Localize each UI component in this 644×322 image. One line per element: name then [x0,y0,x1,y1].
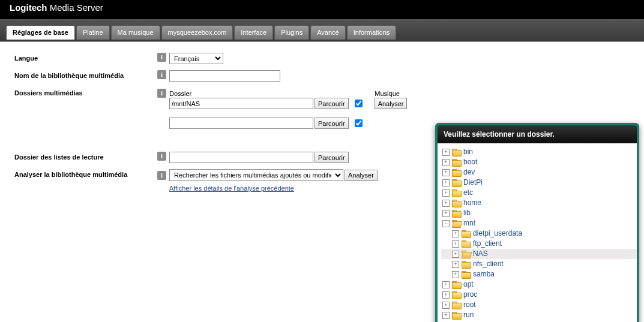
folder-picker-dialog: Veuillez sélectionner un dossier. +bin+b… [435,123,639,322]
folder-column-header: Dossier [169,90,191,97]
tree-node-label[interactable]: opt [463,279,474,290]
tab-plugins[interactable]: Plugins [274,25,309,40]
tree-node-boot[interactable]: +boot [441,157,637,167]
tree-node-nas[interactable]: +NAS [441,249,637,259]
expand-icon[interactable]: + [452,271,459,278]
info-icon[interactable]: i [157,53,166,62]
tree-node-ftp-client[interactable]: +ftp_client [441,239,637,249]
tree-node-root[interactable]: +root [441,300,637,310]
folder-icon [452,302,461,309]
tree-node-label[interactable]: ftp_client [473,239,502,249]
folder-icon [452,220,461,227]
tab-r-glages-de-base[interactable]: Réglages de base [6,25,75,40]
tree-node-label[interactable]: boot [463,157,477,167]
library-name-input[interactable] [169,70,280,82]
tree-node-mnt[interactable]: -mnt [441,218,637,228]
tree-node-label[interactable]: home [463,198,481,208]
tree-node-etc[interactable]: +etc [441,188,637,198]
browse-button-2[interactable]: Parcourir [314,118,349,129]
rescan-details-link[interactable]: Afficher les détails de l'analyse précéd… [169,185,294,192]
tree-node-label[interactable]: mnt [463,218,475,228]
tab-ma-musique[interactable]: Ma musique [111,25,160,40]
tree-node-label[interactable]: root [463,300,476,310]
expand-icon[interactable]: + [452,261,459,268]
tree-node-bin[interactable]: +bin [441,147,637,157]
folder-icon [462,271,471,278]
media-path-1-input[interactable] [169,98,313,109]
expand-icon[interactable]: + [442,149,450,156]
label-rescan: Analyser la bibliothèque multimédia [14,169,157,178]
tree-node-label[interactable]: run [463,310,474,320]
folder-icon [452,169,461,176]
tree-node-run[interactable]: +run [441,310,637,320]
tree-node-opt[interactable]: +opt [441,279,637,290]
info-icon[interactable]: i [157,70,166,79]
folder-icon [462,261,471,268]
info-icon[interactable]: i [157,152,166,161]
expand-icon[interactable]: + [452,240,459,248]
tree-node-lib[interactable]: +lib [441,208,637,218]
tabs-bar: Réglages de basePlatineMa musiquemysquee… [0,19,644,42]
tree-node-dietpi-userdata[interactable]: +dietpi_userdata [441,228,637,239]
tree-node-label[interactable]: DietPi [463,177,483,188]
folder-icon [452,281,461,288]
brand-rest: Media Server [47,2,103,13]
folder-icon [462,240,471,248]
tree-node-dietpi[interactable]: +DietPi [441,177,637,188]
tree-node-label[interactable]: dietpi_userdata [473,228,522,239]
tree-node-label[interactable]: lib [463,208,471,218]
tree-node-samba[interactable]: +samba [441,269,637,279]
expand-icon[interactable]: + [452,230,459,237]
rescan-button[interactable]: Analyser [345,170,378,181]
expand-icon[interactable]: + [442,210,450,217]
settings-panel: Langue i Français Nom de la bibliothèque… [0,42,644,322]
playlist-path-input[interactable] [169,152,313,163]
tree-node-label[interactable]: proc [463,290,477,300]
tab-avanc-[interactable]: Avancé [310,25,346,40]
rescan-type-select[interactable]: Rechercher les fichiers multimédias ajou… [169,169,343,181]
tree-node-label[interactable]: bin [463,147,473,157]
expand-icon[interactable]: + [442,179,450,186]
expand-icon[interactable]: + [442,169,450,176]
playlist-browse-button[interactable]: Parcourir [314,152,349,163]
tree-node-nfs-client[interactable]: +nfs_client [441,259,637,269]
media-path-2-input[interactable] [169,118,313,129]
browse-button-1[interactable]: Parcourir [314,98,349,109]
tree-node-label[interactable]: samba [473,269,495,279]
app-header: Logitech Media Server [0,0,644,19]
expand-icon[interactable]: + [442,200,450,207]
tree-node-dev[interactable]: +dev [441,167,637,177]
tab-mysqueezebox-com[interactable]: mysqueezebox.com [161,25,233,40]
tab-informations[interactable]: Informations [347,25,397,40]
tree-node-label[interactable]: dev [463,167,475,177]
label-media-folders: Dossiers multimédias [14,88,157,97]
folder-icon [462,230,471,237]
folder-icon [452,149,461,156]
info-icon[interactable]: i [157,171,166,180]
tab-interface[interactable]: Interface [234,25,273,40]
expand-icon[interactable]: + [442,281,450,288]
folder-icon [452,159,461,166]
expand-icon[interactable]: + [442,302,450,309]
expand-icon[interactable]: + [442,159,450,166]
collapse-icon[interactable]: - [442,220,450,227]
tree-node-proc[interactable]: +proc [441,290,637,300]
expand-icon[interactable]: + [442,189,450,197]
dialog-title: Veuillez sélectionner un dossier. [438,125,637,143]
media-music-checkbox-1[interactable] [355,100,363,107]
tree-node-label[interactable]: nfs_client [473,259,504,269]
info-icon[interactable]: i [157,89,166,98]
music-column-header: Musique [375,90,400,97]
tree-node-label[interactable]: NAS [473,249,488,259]
language-select[interactable]: Français [169,53,223,64]
expand-icon[interactable]: + [452,251,459,258]
media-music-checkbox-2[interactable] [355,119,363,127]
folder-tree[interactable]: +bin+boot+dev+DietPi+etc+home+lib-mnt+di… [438,143,637,322]
tree-node-label[interactable]: etc [463,188,473,198]
folder-icon [452,189,461,197]
expand-icon[interactable]: + [442,291,450,299]
expand-icon[interactable]: + [442,312,450,319]
tab-platine[interactable]: Platine [76,25,110,40]
scan-button-1[interactable]: Analyser [375,98,408,109]
tree-node-home[interactable]: +home [441,198,637,208]
